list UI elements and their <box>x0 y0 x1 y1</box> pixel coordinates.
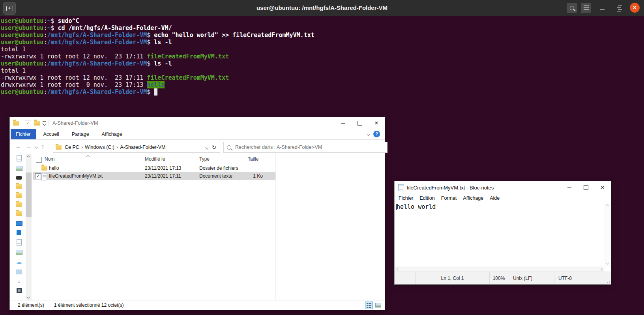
terminal-text: /mnt/hgfs/A-Shared-Folder-VM <box>47 32 147 39</box>
menu-edition[interactable]: Edition <box>417 195 438 201</box>
tab-partage[interactable]: Partage <box>67 129 94 139</box>
up-button[interactable]: ↑ <box>41 143 45 150</box>
notepad-horizontal-scrollbar[interactable] <box>395 266 604 272</box>
column-headers: Nom Modifié le Type Taille <box>33 155 385 164</box>
terminal-close-button[interactable]: × <box>630 3 640 13</box>
cloud-icon[interactable]: ☁ <box>16 259 22 264</box>
explorer-close-button[interactable]: × <box>368 117 385 129</box>
maximize-icon <box>584 185 588 190</box>
divider <box>49 302 49 308</box>
breadcrumb-item[interactable]: A-Shared-Folder-VM <box>119 144 166 150</box>
terminal-line: user@ubuntuu:~$ sudo^C <box>1 17 315 24</box>
folder-icon[interactable] <box>16 202 22 207</box>
terminal-text: ls -l <box>154 60 172 67</box>
menu-affichage[interactable]: Affichage <box>460 195 487 201</box>
terminal-line: user@ubuntuu:/mnt/hgfs/A-Shared-Folder-V… <box>1 32 315 39</box>
terminal-menu-button[interactable] <box>581 3 591 13</box>
terminal-line: total 1 <box>1 46 315 53</box>
scroll-down-icon[interactable] <box>606 261 609 264</box>
download-icon[interactable]: ↓ <box>16 279 22 284</box>
help-icon[interactable]: ? <box>373 131 380 137</box>
breadcrumb-item[interactable]: Windows (C:) <box>84 144 115 150</box>
address-folder-icon <box>56 145 62 150</box>
details-view-button[interactable] <box>365 302 373 309</box>
menu-format[interactable]: Format <box>438 195 460 201</box>
new-tab-button[interactable]: + <box>3 2 16 15</box>
terminal-text: $ <box>147 32 154 39</box>
document-icon[interactable] <box>17 239 22 246</box>
folder-icon[interactable] <box>16 211 22 216</box>
panel-icon[interactable] <box>17 230 21 235</box>
scroll-up-icon[interactable] <box>606 204 609 208</box>
folder-icon[interactable] <box>16 193 22 198</box>
file-size: 1 Ko <box>246 173 275 179</box>
notepad-minimize-button[interactable] <box>561 181 578 194</box>
video-icon[interactable] <box>17 288 22 293</box>
terminal-text: user@ubuntuu <box>1 39 43 46</box>
scroll-right-icon[interactable] <box>599 268 603 271</box>
column-header-type[interactable]: Type <box>199 156 210 162</box>
explorer-content: ☁↓ Nom Modifié le Type Taill <box>10 154 385 300</box>
menu-aide[interactable]: Aide <box>487 195 503 201</box>
address-bar[interactable]: Ce PC›Windows (C:)›A-Shared-Folder-VM <box>53 142 212 153</box>
scroll-up-icon[interactable] <box>27 156 30 159</box>
file-checkbox[interactable]: ✓ <box>35 173 41 179</box>
resize-grip[interactable] <box>607 280 610 283</box>
properties-checkbox-icon[interactable]: ✓ <box>25 120 31 126</box>
terminal-minimize-button[interactable] <box>597 3 607 13</box>
terminal-text: user@ubuntuu <box>1 32 43 39</box>
file-row[interactable]: hello23/11/2021 17:13Dossier de fichiers <box>33 164 275 172</box>
notepad-vertical-scrollbar[interactable] <box>604 202 610 266</box>
scrollbar-thumb[interactable] <box>26 172 32 217</box>
scroll-down-icon[interactable] <box>27 295 30 298</box>
terminal-output[interactable]: user@ubuntuu:~$ sudo^Cuser@ubuntuu:~$ cd… <box>1 17 315 96</box>
image-icon[interactable] <box>16 166 22 171</box>
quick-access-dropdown[interactable] <box>43 121 46 125</box>
forward-button[interactable]: → <box>26 143 32 150</box>
back-button[interactable]: ← <box>15 143 21 150</box>
status-cell-empty <box>395 272 415 284</box>
folder-icon[interactable] <box>16 184 22 189</box>
nav-scrollbar[interactable] <box>26 154 32 300</box>
breadcrumb-item[interactable]: Ce PC <box>64 144 80 150</box>
column-header-name[interactable]: Nom <box>45 156 54 162</box>
explorer-toolbar: ← → ↑ Ce PC›Windows (C:)›A-Shared-Folder… <box>10 140 385 154</box>
pc-icon[interactable] <box>16 221 22 226</box>
minimize-icon <box>600 9 605 10</box>
camera-icon[interactable] <box>16 176 22 180</box>
search-input[interactable] <box>234 144 384 150</box>
menu-fichier[interactable]: Fichier <box>395 195 417 201</box>
notepad-text-area[interactable]: hello world <box>395 202 604 266</box>
tab-accueil[interactable]: Accueil <box>38 129 64 139</box>
notepad-close-button[interactable]: × <box>594 181 611 194</box>
document-icon[interactable] <box>17 155 22 161</box>
ribbon-tabs: FichierAccueilPartageAffichage ? <box>10 129 385 140</box>
terminal-line: drwxrwxrwx 1 root root 0 nov. 23 17:13 h… <box>1 81 315 88</box>
terminal-text: fileCreatedFromMyVM.txt <box>147 53 229 60</box>
column-header-modified[interactable]: Modifié le <box>145 156 165 162</box>
terminal-text: ls -l <box>154 39 172 46</box>
notepad-maximize-button[interactable] <box>578 181 594 194</box>
history-dropdown-icon[interactable] <box>35 145 39 149</box>
ribbon-collapse-icon[interactable] <box>367 132 371 136</box>
file-name: fileCreatedFromMyVM.txt <box>49 173 103 179</box>
network-icon[interactable] <box>16 270 22 274</box>
search-box <box>223 142 388 153</box>
thumbnail-view-button[interactable] <box>374 302 382 308</box>
explorer-maximize-button[interactable] <box>352 117 368 129</box>
image-icon[interactable] <box>16 250 22 255</box>
thumbnail-view-icon <box>375 303 381 308</box>
explorer-minimize-button[interactable] <box>335 117 352 129</box>
file-row[interactable]: ✓fileCreatedFromMyVM.txt23/11/2021 17:11… <box>33 172 275 180</box>
column-header-size[interactable]: Taille <box>248 156 258 162</box>
tab-affichage[interactable]: Affichage <box>97 129 127 139</box>
refresh-button[interactable]: ↻ <box>208 142 220 153</box>
select-all-checkbox[interactable] <box>36 157 42 163</box>
tab-fichier[interactable]: Fichier <box>11 129 36 139</box>
terminal-titlebar: + user@ubuntuu: /mnt/hgfs/A-Shared-Folde… <box>0 0 644 16</box>
terminal-search-button[interactable] <box>567 3 577 13</box>
new-folder-icon[interactable] <box>34 121 40 126</box>
scroll-left-icon[interactable] <box>397 268 400 271</box>
divider <box>22 120 22 126</box>
terminal-restore-button[interactable] <box>614 3 623 13</box>
